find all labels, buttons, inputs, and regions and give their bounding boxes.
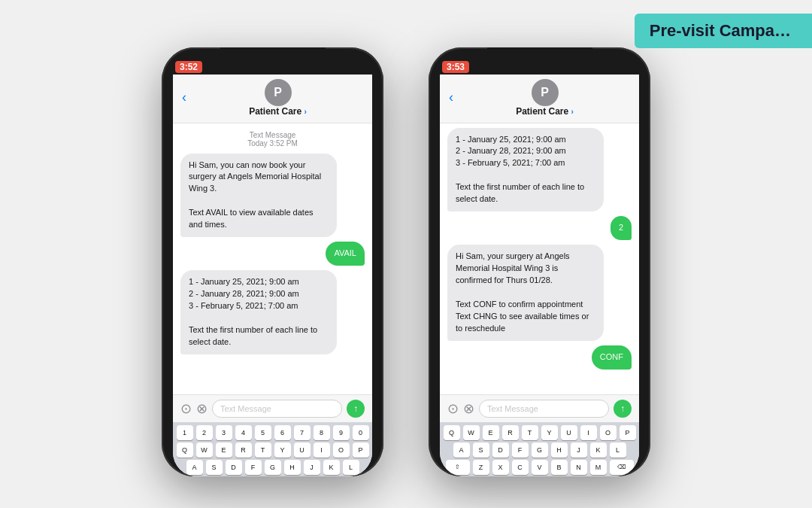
kb-key[interactable]: F	[245, 460, 262, 475]
input-bar-2: ⊙ ⊗ Text Message ↑	[440, 394, 639, 422]
kb-key[interactable]: O	[600, 425, 617, 440]
contact-chevron-1: ›	[304, 108, 307, 116]
avatar-1: P	[265, 79, 292, 106]
kb-key[interactable]: U	[561, 425, 577, 440]
kb-key[interactable]: H	[284, 460, 301, 475]
kb-key[interactable]: P	[353, 443, 369, 458]
kb-key[interactable]: Y	[274, 443, 291, 458]
appstore-icon-2[interactable]: ⊗	[463, 400, 474, 417]
appstore-icon-1[interactable]: ⊗	[196, 400, 208, 417]
kb-key[interactable]: 8	[314, 425, 330, 440]
kb-key[interactable]: P	[620, 425, 636, 440]
kb-key[interactable]: Q	[444, 425, 460, 440]
kb-key[interactable]: E	[216, 443, 232, 458]
kb-key[interactable]: 4	[235, 425, 252, 440]
kb-key[interactable]: U	[294, 443, 311, 458]
kb-key[interactable]: 3	[216, 425, 232, 440]
signal-bar	[604, 66, 607, 71]
kb-key[interactable]: W	[196, 443, 213, 458]
kb-key[interactable]: 0	[353, 425, 369, 440]
kb-key[interactable]: S	[473, 443, 489, 458]
kb-key[interactable]: D	[226, 460, 242, 475]
signal-bars-2	[601, 63, 613, 71]
kb-key[interactable]: G	[532, 443, 548, 458]
kb-key[interactable]: V	[532, 460, 548, 475]
kb-key[interactable]: C	[512, 460, 529, 475]
kb-key[interactable]: I	[314, 443, 330, 458]
signal-bar	[341, 65, 343, 71]
imessage-header-2: ‹ P Patient Care ›	[440, 75, 639, 123]
text-input-2[interactable]: Text Message	[479, 400, 609, 418]
notch-2	[487, 47, 592, 65]
kb-key[interactable]: 2	[196, 425, 213, 440]
status-time-2: 3:53	[442, 61, 469, 73]
kb-key[interactable]: 5	[255, 425, 271, 440]
msg-bubble-incoming-1: Hi Sam, you can now book your surgery at…	[180, 154, 337, 238]
kb-key[interactable]: N	[571, 460, 587, 475]
signal-bar	[338, 66, 340, 71]
kb-key[interactable]: X	[492, 460, 509, 475]
msg-bubble-outgoing-2: 2	[611, 216, 632, 240]
kb-key[interactable]: R	[502, 425, 519, 440]
phone-screen-1: ‹ P Patient Care › Text Message Today 3:…	[173, 75, 372, 476]
input-bar-1: ⊙ ⊗ Text Message ↑	[173, 394, 372, 422]
phone-2: 3:53 ▲ ▮ ‹ P	[429, 47, 650, 476]
kb-key[interactable]: T	[255, 443, 271, 458]
kb-key[interactable]: J	[571, 443, 587, 458]
kb-row-p2-1: Q W E R T Y U I O P	[443, 425, 636, 440]
signal-bars-1	[335, 63, 346, 71]
kb-key[interactable]: Y	[541, 425, 558, 440]
timestamp-1: Text Message Today 3:52 PM	[180, 131, 365, 148]
kb-key[interactable]: 9	[333, 425, 350, 440]
kb-key[interactable]: A	[186, 460, 203, 475]
kb-key[interactable]: K	[323, 460, 340, 475]
camera-icon-1[interactable]: ⊙	[180, 400, 192, 417]
kb-key[interactable]: Q	[177, 443, 193, 458]
camera-icon-2[interactable]: ⊙	[447, 400, 459, 417]
kb-key[interactable]: 6	[274, 425, 291, 440]
contact-name-1[interactable]: Patient Care ›	[249, 106, 307, 117]
kb-shift-key[interactable]: ⇧	[446, 460, 470, 475]
kb-key[interactable]: L	[343, 460, 359, 475]
contact-info-2: Patient Care ›	[516, 106, 574, 117]
phone-1: 3:52 ▲ ▮ ‹ P	[162, 47, 383, 476]
kb-key[interactable]: W	[463, 425, 480, 440]
kb-key[interactable]: S	[206, 460, 223, 475]
keyboard-2: Q W E R T Y U I O P A S D F G H	[440, 422, 639, 476]
kb-key[interactable]: Z	[473, 460, 489, 475]
kb-key[interactable]: B	[551, 460, 568, 475]
back-arrow-1[interactable]: ‹	[182, 90, 186, 105]
kb-key[interactable]: G	[265, 460, 281, 475]
kb-key[interactable]: 7	[294, 425, 311, 440]
kb-key[interactable]: O	[333, 443, 350, 458]
kb-key[interactable]: 1	[177, 425, 193, 440]
kb-key[interactable]: F	[512, 443, 529, 458]
kb-key[interactable]: E	[483, 425, 499, 440]
kb-key[interactable]: D	[492, 443, 509, 458]
msg-bubble-incoming-dates: 1 - January 25, 2021; 9:00 am 2 - Januar…	[180, 270, 337, 354]
kb-key[interactable]: M	[590, 460, 607, 475]
send-button-1[interactable]: ↑	[347, 400, 365, 418]
kb-key[interactable]: I	[580, 425, 597, 440]
header-center-2: P Patient Care ›	[459, 79, 630, 117]
kb-key[interactable]: H	[551, 443, 568, 458]
kb-key[interactable]: A	[453, 443, 470, 458]
kb-key[interactable]: L	[610, 443, 626, 458]
kb-row-1: 1 2 3 4 5 6 7 8 9 0	[176, 425, 369, 440]
contact-name-2[interactable]: Patient Care ›	[516, 106, 574, 117]
header-center-1: P Patient Care ›	[192, 79, 363, 117]
messages-area-1: Text Message Today 3:52 PM Hi Sam, you c…	[173, 123, 372, 394]
kb-key[interactable]: T	[522, 425, 538, 440]
kb-delete-key[interactable]: ⌫	[610, 460, 634, 475]
kb-key[interactable]: R	[235, 443, 252, 458]
msg-bubble-partial-top: 1 - January 25, 2021; 9:00 am 2 - Januar…	[447, 128, 604, 212]
send-button-2[interactable]: ↑	[614, 400, 632, 418]
banner-text: Pre-visit Campa…	[650, 21, 791, 40]
text-input-1[interactable]: Text Message	[212, 400, 342, 418]
back-arrow-2[interactable]: ‹	[449, 90, 453, 105]
kb-key[interactable]: J	[304, 460, 320, 475]
phones-container: 3:52 ▲ ▮ ‹ P	[0, 0, 812, 508]
contact-chevron-2: ›	[571, 108, 574, 116]
banner: Pre-visit Campa…	[635, 14, 812, 48]
kb-key[interactable]: K	[590, 443, 607, 458]
